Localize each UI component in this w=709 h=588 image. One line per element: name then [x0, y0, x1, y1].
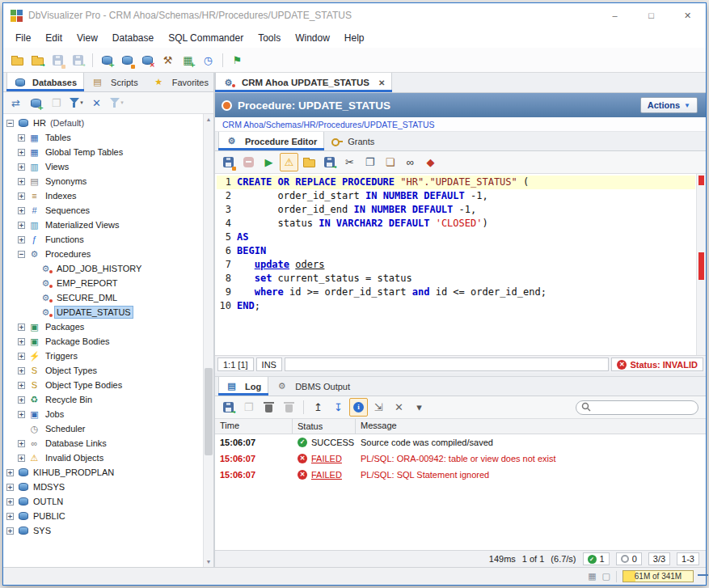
scroll-to-bottom-icon[interactable]: ↧	[329, 398, 348, 417]
tree-filter-off-icon[interactable]: ▾	[108, 94, 126, 112]
tree-item-sys[interactable]: +SYS	[3, 523, 202, 538]
execute-icon[interactable]: ▶	[260, 153, 278, 171]
scroll-down-icon[interactable]: ▼	[204, 556, 213, 567]
menu-tools[interactable]: Tools	[251, 30, 288, 46]
compare-icon[interactable]: ◆	[421, 153, 440, 171]
expand-icon[interactable]: +	[18, 178, 25, 185]
tool-properties-icon[interactable]: ⚒	[158, 51, 177, 70]
edit-connection-icon[interactable]	[118, 51, 137, 70]
export-icon[interactable]: →	[69, 51, 87, 70]
code-line-2[interactable]: 2 order_id_start IN NUMBER DEFAULT -1,	[217, 189, 695, 203]
tab-log[interactable]: ▤ Log	[218, 377, 268, 396]
expand-icon[interactable]: +	[18, 367, 25, 374]
code-line-4[interactable]: 4 status IN VARCHAR2 DEFAULT 'CLOSED')	[217, 217, 695, 231]
tree-item-global-temp-tables[interactable]: +▦Global Temp Tables	[3, 145, 202, 159]
load-from-file-icon[interactable]	[300, 153, 319, 171]
monitor-icon[interactable]: ◷	[199, 51, 217, 70]
create-connection-icon[interactable]: +	[98, 51, 116, 70]
expand-icon[interactable]: +	[18, 192, 25, 200]
new-bookmark-icon[interactable]	[8, 51, 27, 70]
tree-item-views[interactable]: +▥Views	[3, 159, 202, 174]
tree-filter-icon[interactable]: ▾	[67, 94, 86, 112]
sync-selection-icon[interactable]: ⇄	[6, 94, 25, 112]
code-line-3[interactable]: 3 order_id_end IN NUMBER DEFAULT -1,	[217, 203, 695, 217]
open-bookmark-icon[interactable]: →	[28, 51, 47, 70]
tree-item-jobs[interactable]: +▣Jobs	[3, 407, 202, 421]
code-line-10[interactable]: 10END;	[217, 299, 695, 313]
scrollbar-thumb[interactable]	[205, 368, 213, 455]
tree-item-object-type-bodies[interactable]: +SObject Type Bodies	[3, 378, 202, 392]
expand-icon[interactable]: +	[18, 149, 25, 156]
menu-edit[interactable]: Edit	[38, 30, 70, 46]
tree-item-secure-dml[interactable]: ⚙SECURE_DML	[3, 290, 202, 305]
tree-item-emp-report[interactable]: ⚙EMP_REPORT	[3, 276, 202, 290]
error-mark[interactable]	[698, 252, 704, 280]
tree-item-mdsys[interactable]: +MDSYS	[3, 480, 202, 494]
menu-sql-commander[interactable]: SQL Commander	[161, 30, 251, 46]
error-mark[interactable]	[698, 176, 704, 185]
code-line-5[interactable]: 5AS	[217, 231, 695, 244]
close-button[interactable]: ✕	[669, 3, 706, 27]
menu-database[interactable]: Database	[105, 30, 161, 46]
expand-icon[interactable]: +	[18, 440, 25, 447]
log-row[interactable]: 15:06:07✕FAILEDPL/SQL: ORA-00942: table …	[215, 451, 706, 467]
tree-item-indexes[interactable]: +≡Indexes	[3, 188, 202, 203]
expand-icon[interactable]: +	[6, 484, 14, 491]
tree-item-public[interactable]: +PUBLIC	[3, 509, 202, 523]
log-search-input[interactable]	[576, 400, 698, 415]
collapse-icon[interactable]: −	[6, 120, 14, 127]
expand-icon[interactable]: +	[18, 134, 25, 142]
tree-item-tables[interactable]: +▦Tables	[3, 130, 202, 145]
column-message[interactable]: Message	[356, 419, 706, 434]
save-to-file-icon[interactable]: →	[320, 153, 339, 171]
tab-grants[interactable]: Grants	[324, 132, 382, 150]
menu-file[interactable]: File	[8, 30, 38, 46]
tree-item-update-status[interactable]: ⚙UPDATE_STATUS	[3, 305, 202, 319]
tree-item-hr[interactable]: −HR(Default)	[3, 116, 202, 130]
menu-window[interactable]: Window	[288, 30, 337, 46]
save-icon[interactable]	[49, 51, 67, 70]
remove-connection-icon[interactable]: ×	[138, 51, 157, 70]
find-replace-icon[interactable]: ∞	[401, 153, 420, 171]
tree-item-materialized-views[interactable]: +▥Materialized Views	[3, 218, 202, 232]
tab-crm-ahoa-update-status[interactable]: ⚙ CRM Ahoa UPDATE_STATUS ✕	[215, 73, 392, 92]
code-line-9[interactable]: 9 where id >= order_id_start and id <= o…	[217, 286, 695, 299]
tab-databases[interactable]: Databases	[6, 73, 84, 91]
log-export-icon[interactable]: →	[219, 398, 238, 417]
menu-help[interactable]: Help	[337, 30, 372, 46]
tree-item-package-bodies[interactable]: +▣Package Bodies	[3, 334, 202, 349]
tree-item-kihub-prodplan[interactable]: +KIHUB_PRODPLAN	[3, 465, 202, 480]
tree-copy-icon[interactable]: ❐	[47, 94, 65, 112]
log-row[interactable]: 15:06:07✕FAILEDPL/SQL: SQL Statement ign…	[215, 467, 706, 483]
expand-icon[interactable]: +	[18, 455, 25, 462]
code-line-7[interactable]: 7 update oders	[217, 258, 695, 272]
tree-item-triggers[interactable]: +⚡Triggers	[3, 349, 202, 363]
log-more-icon[interactable]: ▾	[410, 398, 428, 417]
tab-scripts[interactable]: ▤ Scripts	[84, 73, 146, 91]
code-area[interactable]: 1CREATE OR REPLACE PROCEDURE "HR"."UPDAT…	[215, 174, 706, 356]
expand-icon[interactable]: +	[18, 324, 25, 331]
tree-item-procedures[interactable]: −⚙Procedures	[3, 247, 202, 261]
tree-disconnect-icon[interactable]: ✕	[87, 94, 106, 112]
grid-icon[interactable]: ▦	[588, 571, 596, 582]
column-time[interactable]: Time	[215, 419, 293, 434]
stop-icon[interactable]	[239, 153, 258, 171]
maximize-button[interactable]: □	[633, 3, 669, 27]
tree-item-functions[interactable]: +ƒFunctions	[3, 232, 202, 247]
scroll-to-top-icon[interactable]: ↥	[309, 398, 327, 417]
expand-icon[interactable]: +	[6, 469, 14, 476]
log-delete-icon[interactable]	[260, 398, 278, 417]
tree-item-recycle-bin[interactable]: +♻Recycle Bin	[3, 392, 202, 407]
tree-item-database-links[interactable]: +∞Database Links	[3, 436, 202, 451]
tree-item-scheduler[interactable]: ◷Scheduler	[3, 421, 202, 436]
log-clear-icon[interactable]	[280, 398, 298, 417]
code-line-1[interactable]: 1CREATE OR REPLACE PROCEDURE "HR"."UPDAT…	[217, 176, 695, 189]
new-table-icon[interactable]: ▦+	[179, 51, 197, 70]
scroll-up-icon[interactable]: ▲	[204, 114, 213, 125]
tree-item-add-job-history[interactable]: ⚙ADD_JOB_HISTORY	[3, 261, 202, 276]
log-row[interactable]: 15:06:07✓SUCCESSSource code was compiled…	[215, 434, 706, 451]
expand-icon[interactable]: +	[6, 513, 14, 520]
flag-run-icon[interactable]: ⚑	[228, 51, 247, 70]
compile-warning-icon[interactable]: ⚠	[280, 153, 298, 171]
expand-icon[interactable]: +	[18, 353, 25, 360]
